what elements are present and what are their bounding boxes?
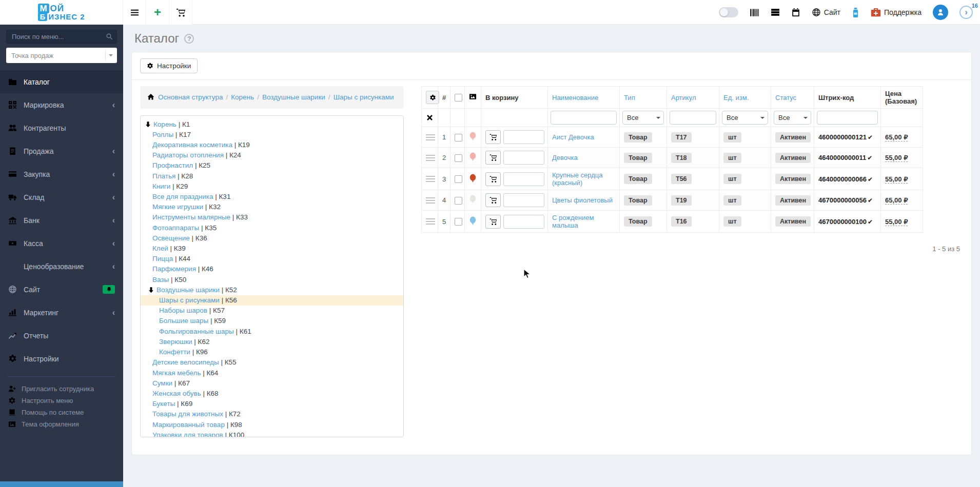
tree-item-link[interactable]: Вазы [152,276,169,283]
cart-quantity-input[interactable] [503,215,544,229]
tree-item-link[interactable]: Шары с рисунками [159,296,220,304]
breadcrumb-link[interactable]: Основная структура [158,93,223,101]
breadcrumb-link[interactable]: Шары с рисунками [334,93,394,101]
col-header-status[interactable]: Статус [771,87,814,109]
cart-quantity-input[interactable] [503,151,544,165]
tree-item[interactable]: Наборы шаров | К57 [141,306,403,316]
settings-button[interactable]: Настройки [140,58,198,73]
clear-filters-button[interactable] [424,114,435,121]
tree-item-link[interactable]: Наборы шаров [159,307,207,314]
type-filter-select[interactable]: Все [622,111,664,125]
drag-handle[interactable] [426,176,435,182]
tree-item[interactable]: Женская обувь | К68 [141,389,403,399]
tree-item-link[interactable]: Женская обувь [152,390,201,397]
drag-handle[interactable] [426,155,435,161]
theme-toggle[interactable] [719,7,738,17]
col-header-type[interactable]: Тип [620,87,667,109]
sidebar-collapse-button[interactable] [123,0,146,25]
sidebar-footer-item[interactable]: Настроить меню [0,395,123,407]
calendar-button[interactable] [791,8,800,17]
sidebar-footer-item[interactable]: Помощь по системе [0,407,123,418]
tree-item-link[interactable]: Сумки [152,379,172,387]
sidebar-footer-item[interactable]: Пригласить сотрудника [0,383,123,395]
product-name-link[interactable]: Девочка [552,154,578,161]
price-value[interactable]: 55,00 ₽ [885,175,908,184]
tree-item-link[interactable]: Мягкая мебель [152,369,201,377]
product-name-link[interactable]: С рождением малыша [552,214,594,229]
breadcrumb-link[interactable]: Воздушные шарики [262,93,325,101]
product-name-link[interactable]: Крупные сердца (красный) [552,171,602,187]
tree-item[interactable]: Инструменты малярные | К33 [141,212,403,222]
tree-item-link[interactable]: Парфюмерия [152,265,196,273]
bottle-widget-button[interactable] [852,8,859,17]
tree-item-link[interactable]: Букеты [152,400,175,408]
tree-item-link[interactable]: Товары для животных [152,410,223,418]
product-image[interactable] [469,132,477,143]
drag-handle[interactable] [426,197,435,204]
product-image[interactable] [469,174,477,185]
tree-item-link[interactable]: Фотоаппараты [152,224,199,232]
sidebar-menu-item[interactable]: Закупка ‹ [0,163,123,186]
tree-item[interactable]: Книги | К29 [141,181,403,192]
tree-item[interactable]: Роллы | К17 [141,130,403,140]
tree-item[interactable]: Товары для животных | К72 [141,409,403,419]
cart-quantity-input[interactable] [503,193,544,207]
tree-item[interactable]: Профнастил | К25 [141,160,403,171]
help-icon[interactable]: ? [184,34,194,44]
tree-item[interactable]: Зверюшки | К62 [141,337,403,347]
tree-item-link[interactable]: Радиаторы отопления [152,151,224,159]
quick-add-button[interactable]: + [146,0,169,25]
row-checkbox[interactable] [455,134,462,141]
tree-item[interactable]: Пицца | К44 [141,254,403,264]
tree-item-link[interactable]: Конфетти [159,348,190,356]
table-settings-button[interactable] [426,91,439,104]
tree-item-link[interactable]: Зверюшки [159,338,192,346]
tree-item[interactable]: Все для праздника | К31 [141,192,403,202]
sidebar-menu-item[interactable]: Продажа ‹ [0,139,123,163]
menu-search-input[interactable] [6,30,117,44]
row-checkbox[interactable] [455,175,462,183]
col-header-unit[interactable]: Ед. изм. [719,87,771,109]
price-value[interactable]: 55,00 ₽ [885,154,908,162]
user-avatar[interactable] [933,5,948,20]
row-checkbox[interactable] [455,197,462,205]
tree-item[interactable]: Шары с рисунками | К56 [141,295,403,306]
add-to-cart-button[interactable] [485,215,501,229]
tree-item[interactable]: Маркированный товар | К98 [141,420,403,430]
sidebar-menu-item[interactable]: Склад ‹ [0,186,123,209]
tree-item[interactable]: Вазы | К50 [141,275,403,285]
tree-item-link[interactable]: Профнастил [152,161,193,169]
sidebar-menu-item[interactable]: Ценообразование ‹ [0,255,123,278]
tree-item-link[interactable]: Клей [152,245,168,252]
tree-item[interactable]: Платья | К28 [141,171,403,181]
tree-item[interactable]: Букеты | К69 [141,399,403,409]
price-value[interactable]: 55,00 ₽ [885,218,908,226]
tree-item[interactable]: Сумки | К67 [141,378,403,389]
col-header-sku[interactable]: Артикул [667,87,719,109]
breadcrumb-link[interactable]: Корень [231,93,254,101]
sidebar-menu-item[interactable]: Сайт [0,278,123,301]
news-widget-button[interactable]: › 16 [959,6,973,19]
tree-item[interactable]: Освещение | К36 [141,233,403,244]
tree-item[interactable]: Корень | К1 [141,119,403,130]
support-link[interactable]: Поддержка [871,8,922,17]
tree-item[interactable]: Упаковки для товаров | К100 [141,430,403,437]
name-filter-input[interactable] [551,111,617,125]
tree-item-link[interactable]: Корень [153,120,177,128]
cart-button[interactable] [169,0,192,25]
sku-filter-input[interactable] [670,111,716,125]
sidebar-menu-item[interactable]: Контрагенты [0,116,123,139]
tree-item-link[interactable]: Декоративная косметика [152,141,232,149]
product-image[interactable] [469,152,477,163]
tree-item[interactable]: Радиаторы отопления | К24 [141,150,403,160]
tree-item-link[interactable]: Все для праздника [152,193,213,200]
tree-item-link[interactable]: Упаковки для товаров [152,431,223,437]
unit-filter-select[interactable]: Все [722,111,768,125]
app-logo[interactable]: МОЙ БИЗНЕС 2 [38,4,85,21]
drag-handle[interactable] [426,218,435,225]
tree-item[interactable]: Мягкие игрушки | К32 [141,202,403,212]
cart-quantity-input[interactable] [503,172,544,186]
tree-item[interactable]: Детские велосипеды | К55 [141,357,403,368]
expand-arrow-icon[interactable] [148,287,154,293]
tree-item-link[interactable]: Инструменты малярные [152,213,230,221]
